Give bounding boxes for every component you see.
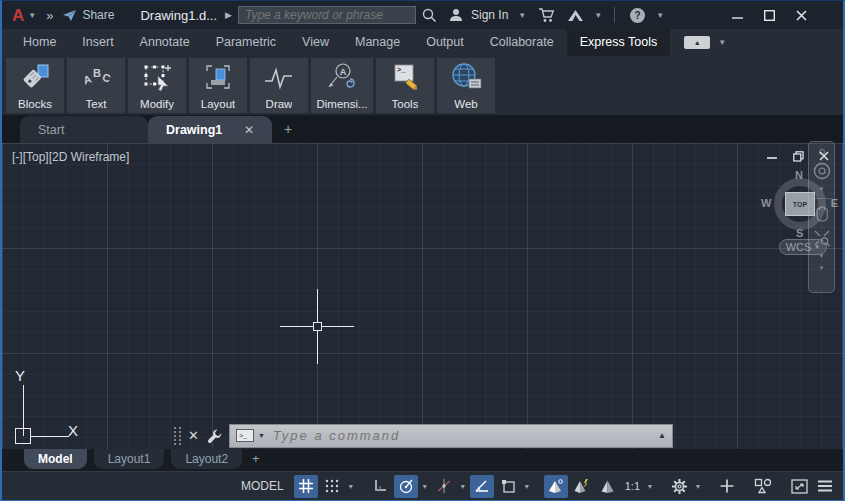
command-input-bar[interactable]: >_ ▼ ▲ [229,424,673,448]
tab-annotate[interactable]: Annotate [127,29,203,56]
layout-tab-layout1[interactable]: Layout1 [94,449,165,469]
app-menu-caret-icon[interactable]: ▼ [28,11,36,20]
tab-manage[interactable]: Manage [342,29,413,56]
navbar-more-caret-icon[interactable]: ▼ [819,265,825,271]
titlebar-separator [614,7,615,23]
tab-parametric[interactable]: Parametric [203,29,289,56]
polar-tracking-button[interactable] [394,475,418,498]
tab-insert[interactable]: Insert [69,29,126,56]
user-icon[interactable] [449,8,463,22]
layout-tab-bar: Model Layout1 Layout2 + [2,449,843,471]
minimize-button[interactable] [726,6,748,24]
ribbon-minimize-caret-icon[interactable]: ▼ [718,38,726,47]
model-space-button[interactable]: MODEL [233,479,292,493]
viewport-minimize-icon[interactable] [765,149,779,163]
pan-hand-icon[interactable] [813,205,830,223]
blocks-icon [19,58,51,98]
tab-output[interactable]: Output [413,29,477,56]
panel-tools[interactable]: >_ Tools [376,58,434,113]
ortho-mode-button[interactable] [368,475,392,498]
annotation-scale-button[interactable] [596,475,620,498]
annotation-scale-value[interactable]: 1:1 [622,480,643,492]
quick-access-expand-icon[interactable]: » [46,8,52,23]
file-tab-start[interactable]: Start [20,116,148,143]
search-expand-icon[interactable]: ▶ [225,10,232,20]
search-box [238,6,416,24]
workspace-caret-icon[interactable]: ▼ [693,483,703,490]
autodesk-logo-icon[interactable] [567,9,584,22]
close-button[interactable] [790,6,812,24]
close-tab-icon[interactable]: ✕ [244,123,254,137]
panel-label: Layout [201,98,236,110]
zoom-caret-icon[interactable]: ▼ [819,253,825,259]
panel-text[interactable]: A B C Text [67,58,125,113]
sign-in-caret-icon[interactable]: ▼ [518,11,526,20]
ribbon-tab-bar: Home Insert Annotate Parametric View Man… [2,29,843,56]
app-logo-icon[interactable]: A [12,7,24,24]
selection-cycling-button[interactable] [496,475,520,498]
svg-text:?: ? [635,10,641,21]
command-caret-icon[interactable]: ▼ [258,432,265,439]
help-icon[interactable]: ? [629,7,646,24]
object-snap-tracking-button[interactable] [432,475,456,498]
panel-label: Text [85,98,106,110]
viewcube-west[interactable]: W [761,197,771,209]
store-cart-icon[interactable] [538,8,555,23]
file-tab-bar: Start Drawing1 ✕ + [2,115,843,143]
drawing-viewport[interactable]: [-][Top][2D Wireframe] N S W E TOP WCS ▼… [2,143,843,449]
web-globe-icon [449,58,483,98]
viewcube-north[interactable]: N [795,169,803,181]
share-button[interactable]: Share [62,8,114,22]
maximize-button[interactable] [758,6,780,24]
panel-layout[interactable]: Layout [189,58,247,113]
isolate-objects-button[interactable] [751,475,775,498]
layout-tab-model[interactable]: Model [24,449,87,469]
search-input[interactable] [239,8,415,22]
autodesk-caret-icon[interactable]: ▼ [594,11,602,20]
command-input[interactable] [273,428,658,443]
tab-home[interactable]: Home [10,29,69,56]
panel-dimension[interactable]: A Dimensi... [311,58,373,113]
viewcube-south[interactable]: S [796,227,803,239]
grid-display-button[interactable] [294,475,318,498]
file-tab-drawing1[interactable]: Drawing1 ✕ [148,116,272,143]
command-close-icon[interactable]: ✕ [188,428,199,443]
new-layout-icon[interactable]: + [252,451,260,466]
scale-caret-icon[interactable]: ▼ [645,483,655,490]
panel-blocks[interactable]: Blocks [6,58,64,113]
polar-caret-icon[interactable]: ▼ [420,483,430,490]
layout-tab-layout2[interactable]: Layout2 [171,449,242,469]
annotation-autoscale-button[interactable] [570,475,594,498]
panel-draw[interactable]: Draw [250,58,308,113]
command-prompt-icon[interactable]: >_ [236,429,254,442]
navigation-wheel-icon[interactable] [813,162,831,180]
snap-mode-button[interactable] [320,475,344,498]
new-tab-icon[interactable]: + [284,121,292,137]
search-icon[interactable] [422,8,437,23]
viewport-controls-label[interactable]: [-][Top][2D Wireframe] [12,150,129,164]
navbar-pin-icon[interactable] [818,148,826,156]
tab-collaborate[interactable]: Collaborate [477,29,567,56]
object-snap-button[interactable] [470,475,494,498]
viewport-restore-icon[interactable] [791,149,805,163]
workspace-gear-icon[interactable] [667,475,691,498]
wheel-caret-icon[interactable]: ▼ [819,186,825,192]
command-drag-handle[interactable] [174,427,182,445]
annotation-monitor-button[interactable] [715,475,739,498]
otrack-caret-icon[interactable]: ▼ [458,483,468,490]
panel-web[interactable]: Web [437,58,495,113]
ribbon-minimize-button[interactable]: ▲ [684,36,710,49]
snap-caret-icon[interactable]: ▼ [346,483,356,490]
zoom-extents-icon[interactable] [813,229,831,247]
tab-view[interactable]: View [289,29,342,56]
tab-express-tools[interactable]: Express Tools [567,29,671,56]
selection-cycling-caret-icon[interactable]: ▼ [522,483,532,490]
command-history-icon[interactable]: ▲ [658,431,666,440]
sign-in-button[interactable]: Sign In [471,8,508,22]
help-caret-icon[interactable]: ▼ [656,11,664,20]
annotation-visibility-button[interactable] [544,475,568,498]
panel-modify[interactable]: Modify [128,58,186,113]
clean-screen-button[interactable] [787,475,811,498]
customize-wrench-icon[interactable] [207,428,223,444]
customization-menu-icon[interactable] [813,475,837,498]
